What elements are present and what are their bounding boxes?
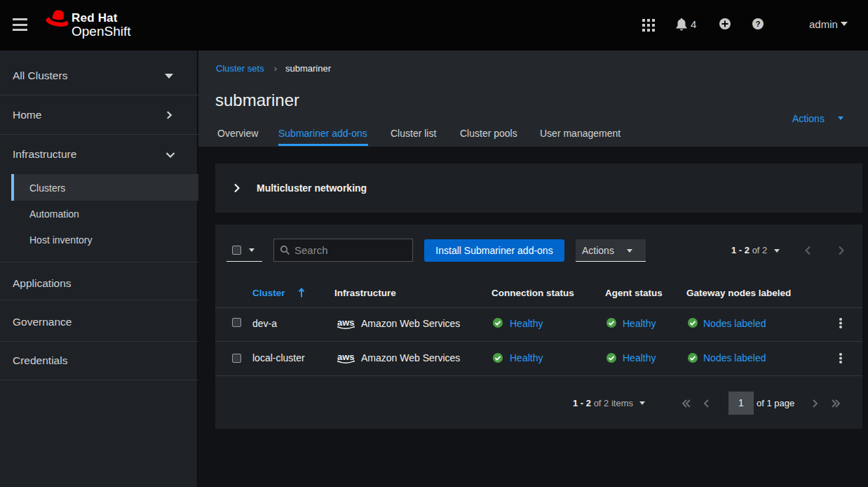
svg-text:?: ? — [756, 20, 761, 28]
svg-text:aws: aws — [337, 352, 355, 362]
svg-text:aws: aws — [337, 317, 355, 328]
